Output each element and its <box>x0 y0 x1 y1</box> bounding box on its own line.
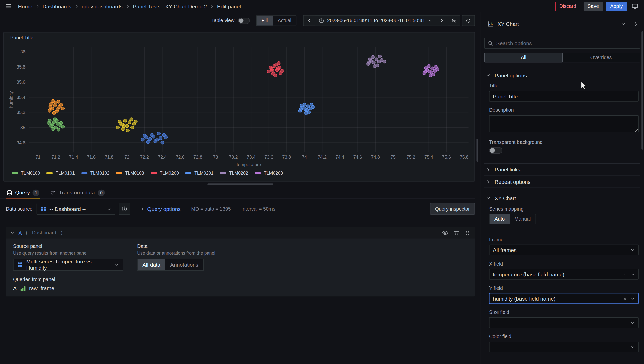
legend-item[interactable]: TLM0100 <box>12 171 40 176</box>
tab-transform-data[interactable]: Transform data 0 <box>49 187 106 198</box>
duplicate-query-button[interactable] <box>431 230 437 236</box>
x-field-select[interactable]: temperature (base field name) <box>489 269 639 280</box>
table-view-label: Table view <box>211 18 234 24</box>
legend-color-dash <box>151 172 157 174</box>
y-field-select[interactable]: humidity (base field name) <box>489 293 639 304</box>
transparent-background-label: Transparent background <box>489 139 639 145</box>
visualization-picker[interactable]: XY Chart <box>484 18 629 30</box>
xy-scatter-chart[interactable]: 7171.271.471.671.87272.272.472.672.87373… <box>8 42 471 170</box>
x-field-value: temperature (base field name) <box>493 271 620 277</box>
annotations-button[interactable]: Annotations <box>165 259 203 271</box>
grip-dots-icon <box>464 230 470 236</box>
legend-item[interactable]: TLM0101 <box>47 171 75 176</box>
panel-toolbar: Table view Fill Actual 2023-06-16 01:49:… <box>0 12 481 29</box>
horizontal-splitter-handle[interactable] <box>207 183 273 185</box>
sidebar-scrollbar-thumb[interactable] <box>641 31 643 150</box>
query-row-header[interactable]: A (-- Dashboard --) <box>6 227 475 239</box>
chevron-down-icon <box>630 272 635 277</box>
top-nav: HomeDashboardsgdev dashboardsPanel Tests… <box>0 0 644 12</box>
tv-mode-button[interactable] <box>630 1 640 11</box>
refresh-button[interactable] <box>462 15 475 26</box>
chevron-right-icon <box>35 4 40 8</box>
clear-x-field-icon[interactable] <box>623 272 627 277</box>
series-mapping-auto-button[interactable]: Auto <box>490 214 510 224</box>
source-panel-select[interactable]: Multi-series Temperature vs Humidity <box>13 259 123 271</box>
breadcrumb-item[interactable]: Home <box>18 3 32 9</box>
legend-item[interactable]: TLM0102 <box>81 171 109 176</box>
collapse-options-pane-button[interactable] <box>631 19 640 28</box>
time-back-button[interactable] <box>303 15 316 26</box>
remove-query-button[interactable] <box>453 230 459 236</box>
tab-overrides[interactable]: Overrides <box>562 53 640 62</box>
series-mapping-label: Series mapping <box>489 206 639 212</box>
datasource-help-button[interactable] <box>119 203 130 215</box>
breadcrumb-item[interactable]: Panel Tests - XY Chart Demo 2 <box>133 3 207 9</box>
y-field-value: humidity (base field name) <box>493 295 620 301</box>
time-range-picker[interactable]: 2023-06-16 01:49:11 to 2023-06-16 01:50:… <box>316 15 436 26</box>
breadcrumb-item[interactable]: gdev dashboards <box>82 3 122 9</box>
section-panel-options[interactable]: Panel options <box>484 69 640 81</box>
frame-select[interactable]: All frames <box>489 245 639 255</box>
data-help: Use data or annotations from the panel <box>137 250 215 255</box>
chevron-down-icon <box>630 321 635 325</box>
chevron-left-icon <box>307 18 312 23</box>
legend-color-dash <box>116 172 122 174</box>
visualization-name: XY Chart <box>497 21 519 27</box>
table-view-toggle[interactable] <box>238 17 250 24</box>
chevron-down-icon <box>621 21 626 26</box>
drag-handle[interactable] <box>464 230 470 236</box>
tab-query[interactable]: Query 1 <box>6 187 40 198</box>
all-data-button[interactable]: All data <box>138 259 165 271</box>
data-label: Data <box>137 243 215 249</box>
discard-button[interactable]: Discard <box>555 2 580 11</box>
legend-item[interactable]: TLM0201 <box>185 171 213 176</box>
panel-query-item[interactable]: A raw_frame <box>13 285 467 291</box>
y-field-label: Y field <box>489 285 639 291</box>
clear-y-field-icon[interactable] <box>623 296 627 301</box>
apply-button[interactable]: Apply <box>606 2 627 11</box>
breadcrumb-item[interactable]: Edit panel <box>217 3 241 9</box>
legend-item[interactable]: TLM0203 <box>255 171 283 176</box>
tab-all[interactable]: All <box>484 53 563 62</box>
color-field-select[interactable] <box>489 342 639 352</box>
hide-query-button[interactable] <box>442 229 449 236</box>
clock-icon <box>319 18 324 23</box>
legend-item[interactable]: TLM0103 <box>116 171 144 176</box>
transparent-background-toggle[interactable] <box>489 147 502 154</box>
description-textarea[interactable] <box>489 115 639 132</box>
svg-text:75.2: 75.2 <box>407 155 415 160</box>
legend-item[interactable]: TLM0200 <box>151 171 179 176</box>
breadcrumb-item[interactable]: Dashboards <box>43 3 71 9</box>
zoom-out-button[interactable] <box>448 15 460 26</box>
actual-button[interactable]: Actual <box>273 16 296 26</box>
data-source-picker[interactable]: -- Dashboard -- <box>36 203 115 215</box>
series-mapping-manual-button[interactable]: Manual <box>510 214 536 224</box>
legend-color-dash <box>255 172 261 174</box>
section-xy-chart[interactable]: XY Chart <box>484 192 640 204</box>
panel-query-name: raw_frame <box>29 285 54 291</box>
options-list: Panel options Title Description Transpar… <box>481 69 643 364</box>
vertical-splitter-handle[interactable] <box>476 139 478 162</box>
query-inspector-button[interactable]: Query inspector <box>430 203 475 215</box>
svg-text:35.4: 35.4 <box>17 95 26 100</box>
repeat-options-section[interactable]: Repeat options <box>484 175 640 188</box>
dashboard-datasource-icon <box>41 206 46 212</box>
svg-text:75.6: 75.6 <box>442 155 451 160</box>
svg-text:71.2: 71.2 <box>52 155 60 160</box>
svg-text:36: 36 <box>20 49 26 54</box>
menu-icon[interactable] <box>4 2 13 11</box>
legend-color-dash <box>47 172 53 174</box>
zoom-out-icon <box>451 18 457 23</box>
query-options-toggle[interactable]: Query options <box>140 206 181 212</box>
search-icon <box>488 40 493 46</box>
title-input[interactable] <box>489 91 639 101</box>
query-count-badge: 1 <box>33 189 40 196</box>
time-forward-button[interactable] <box>436 15 448 26</box>
save-button[interactable]: Save <box>583 2 603 11</box>
query-options-md: MD = auto = 1395 <box>191 206 231 212</box>
fill-button[interactable]: Fill <box>257 16 273 26</box>
panel-links-section[interactable]: Panel links <box>484 163 640 176</box>
legend-item[interactable]: TLM0202 <box>220 171 248 176</box>
search-options-input[interactable] <box>496 40 637 46</box>
size-field-select[interactable] <box>489 317 639 328</box>
